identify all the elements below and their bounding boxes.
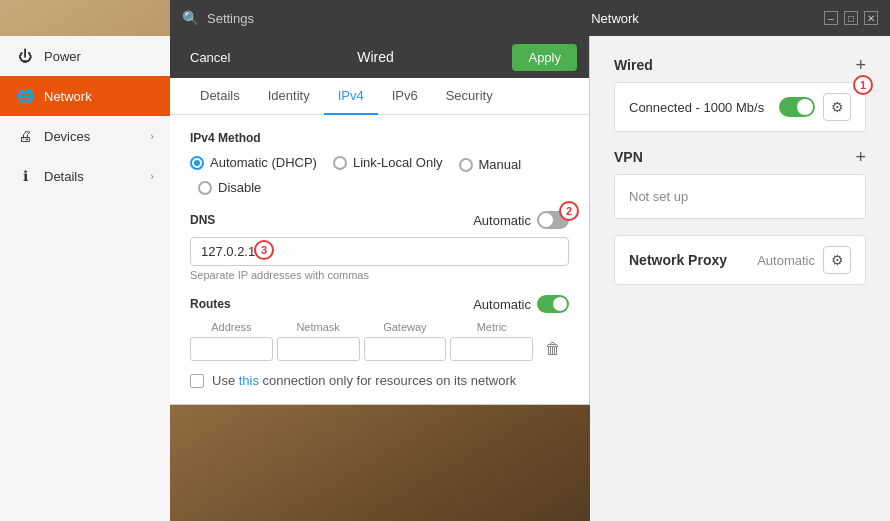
routes-auto-label: Automatic xyxy=(473,297,531,312)
maximize-button[interactable]: □ xyxy=(844,11,858,25)
sidebar-item-power[interactable]: ⏻ Power xyxy=(0,36,170,76)
col-netmask: Netmask xyxy=(277,321,360,333)
checkbox-label: Use this connection only for resources o… xyxy=(212,373,516,388)
settings-title: Settings xyxy=(207,11,254,26)
wired-section: Wired + Connected - 1000 Mb/s ⚙ 1 xyxy=(614,56,866,132)
sidebar-item-network[interactable]: 🌐 Network xyxy=(0,76,170,116)
cancel-button[interactable]: Cancel xyxy=(182,46,238,69)
sidebar-item-details-label: Details xyxy=(44,169,84,184)
vpn-section: VPN + Not set up xyxy=(614,148,866,219)
vpn-section-header: VPN + xyxy=(614,148,866,166)
wired-settings-button[interactable]: ⚙ xyxy=(823,93,851,121)
tab-security[interactable]: Security xyxy=(432,78,507,115)
proxy-section: Network Proxy Automatic ⚙ xyxy=(614,235,866,285)
proxy-title: Network Proxy xyxy=(629,252,727,268)
dns-auto-group: Automatic 2 xyxy=(473,211,569,229)
ipv4-method-group: IPv4 Method Automatic (DHCP) Link-Local … xyxy=(190,131,569,195)
checkbox-row: Use this connection only for resources o… xyxy=(190,373,569,388)
sidebar: ⏻ Power 🌐 Network 🖨 Devices › ℹ Details … xyxy=(0,36,170,521)
tab-ipv6[interactable]: IPv6 xyxy=(378,78,432,115)
wired-card: Connected - 1000 Mb/s ⚙ 1 xyxy=(614,82,866,132)
dns-input[interactable] xyxy=(190,237,569,266)
radio-dot-link-local xyxy=(333,156,347,170)
routes-row: Routes Automatic xyxy=(190,295,569,313)
vpn-add-button[interactable]: + xyxy=(855,148,866,166)
wired-toggle[interactable] xyxy=(779,97,815,117)
dialog-titlebar: Cancel Wired Apply xyxy=(170,36,589,78)
dns-auto-toggle[interactable]: 2 xyxy=(537,211,569,229)
ipv4-radio-group: Automatic (DHCP) Link-Local Only Manual … xyxy=(190,153,569,195)
radio-manual-label: Manual xyxy=(479,157,522,172)
vpn-section-title: VPN xyxy=(614,149,643,165)
sidebar-item-devices[interactable]: 🖨 Devices › xyxy=(0,116,170,156)
annotation-2: 2 xyxy=(559,201,579,221)
proxy-settings-button[interactable]: ⚙ xyxy=(823,246,851,274)
metric-input[interactable] xyxy=(450,337,533,361)
power-icon: ⏻ xyxy=(16,47,34,65)
radio-automatic-dhcp[interactable]: Automatic (DHCP) xyxy=(190,153,317,172)
dns-input-wrapper: 3 xyxy=(190,237,569,266)
col-address: Address xyxy=(190,321,273,333)
delete-route-button[interactable]: 🗑 xyxy=(537,340,569,358)
connection-only-checkbox[interactable] xyxy=(190,374,204,388)
network-window-title: Network xyxy=(591,11,639,26)
search-icon: 🔍 xyxy=(182,10,199,26)
wired-section-header: Wired + xyxy=(614,56,866,74)
proxy-value-group: Automatic ⚙ xyxy=(757,246,851,274)
tab-ipv4[interactable]: IPv4 xyxy=(324,78,378,115)
dialog-body: IPv4 Method Automatic (DHCP) Link-Local … xyxy=(170,115,589,404)
routes-auto-group: Automatic xyxy=(473,295,569,313)
radio-manual[interactable]: Manual xyxy=(459,157,522,172)
dns-label: DNS xyxy=(190,213,215,227)
window-controls: – □ ✕ xyxy=(824,11,878,25)
proxy-gear-icon: ⚙ xyxy=(831,252,844,268)
routes-table-header: Address Netmask Gateway Metric xyxy=(190,321,569,333)
sidebar-item-network-label: Network xyxy=(44,89,92,104)
address-input[interactable] xyxy=(190,337,273,361)
wired-section-title: Wired xyxy=(614,57,653,73)
wired-dialog: Cancel Wired Apply Details Identity IPv4… xyxy=(170,36,590,405)
tab-identity[interactable]: Identity xyxy=(254,78,324,115)
dialog-tabs: Details Identity IPv4 IPv6 Security xyxy=(170,78,589,115)
radio-disable-label: Disable xyxy=(218,180,261,195)
vpn-card: Not set up xyxy=(614,174,866,219)
this-link[interactable]: this xyxy=(239,373,259,388)
network-content: Wired + Connected - 1000 Mb/s ⚙ 1 VPN + … xyxy=(590,36,890,521)
annotation-1: 1 xyxy=(853,75,873,95)
dns-auto-label: Automatic xyxy=(473,213,531,228)
titlebar: 🔍 Settings Network – □ ✕ xyxy=(170,0,890,36)
proxy-card: Network Proxy Automatic ⚙ xyxy=(614,235,866,285)
annotation-3: 3 xyxy=(254,240,274,260)
tab-details[interactable]: Details xyxy=(186,78,254,115)
wired-add-button[interactable]: + xyxy=(855,56,866,74)
devices-chevron-icon: › xyxy=(150,130,154,142)
radio-disable[interactable]: Disable xyxy=(198,180,261,195)
dns-row: DNS Automatic 2 xyxy=(190,211,569,229)
network-icon: 🌐 xyxy=(16,87,34,105)
routes-table-row: 🗑 xyxy=(190,337,569,361)
radio-dot-manual xyxy=(459,158,473,172)
proxy-value-label: Automatic xyxy=(757,253,815,268)
radio-dot-disable xyxy=(198,181,212,195)
close-button[interactable]: ✕ xyxy=(864,11,878,25)
col-gateway: Gateway xyxy=(364,321,447,333)
sidebar-item-devices-label: Devices xyxy=(44,129,90,144)
vpn-status-label: Not set up xyxy=(629,189,688,204)
sidebar-item-details[interactable]: ℹ Details › xyxy=(0,156,170,196)
routes-auto-toggle[interactable] xyxy=(537,295,569,313)
gear-icon: ⚙ xyxy=(831,99,844,115)
radio-link-local[interactable]: Link-Local Only xyxy=(333,153,443,172)
col-metric: Metric xyxy=(450,321,533,333)
routes-label: Routes xyxy=(190,297,231,311)
wired-card-actions: ⚙ 1 xyxy=(779,93,851,121)
radio-dot-automatic xyxy=(190,156,204,170)
ipv4-method-label: IPv4 Method xyxy=(190,131,569,145)
dns-hint: Separate IP addresses with commas xyxy=(190,269,569,281)
minimize-button[interactable]: – xyxy=(824,11,838,25)
details-chevron-icon: › xyxy=(150,170,154,182)
radio-link-local-label: Link-Local Only xyxy=(353,155,443,170)
gateway-input[interactable] xyxy=(364,337,447,361)
sidebar-item-power-label: Power xyxy=(44,49,81,64)
netmask-input[interactable] xyxy=(277,337,360,361)
apply-button[interactable]: Apply xyxy=(512,44,577,71)
